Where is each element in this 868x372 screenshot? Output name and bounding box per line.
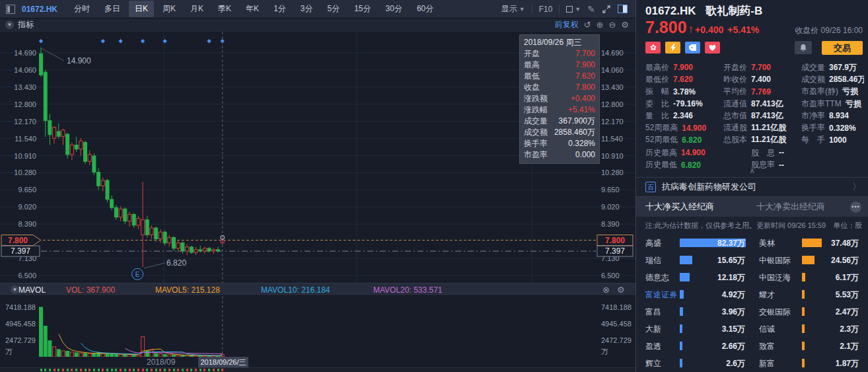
fullscreen-icon[interactable] — [602, 5, 611, 14]
candle[interactable] — [53, 128, 56, 138]
more-options-icon[interactable]: ••• — [850, 202, 861, 213]
candle[interactable] — [141, 220, 145, 235]
candle[interactable] — [79, 141, 83, 149]
candle[interactable] — [61, 130, 65, 136]
company-profile-row[interactable]: 百 抗病毒创新药物研发公司 〉 — [636, 177, 868, 197]
indicator-label[interactable]: 指标 — [18, 19, 34, 30]
tab-timeframe-3[interactable]: 周K — [157, 1, 182, 17]
volume-bar[interactable] — [44, 326, 47, 357]
candle[interactable] — [176, 243, 180, 248]
symbol-link[interactable]: 01672.HK — [22, 5, 57, 14]
zoom-in-icon[interactable]: ⊕ — [597, 20, 604, 30]
tab-timeframe-2[interactable]: 日K — [129, 1, 154, 17]
trade-button[interactable]: 交易 — [822, 41, 863, 55]
announcement-diamond-icon[interactable] — [141, 39, 145, 43]
candle[interactable] — [132, 214, 135, 225]
undo-icon[interactable]: ↺ — [584, 20, 591, 30]
announcement-diamond-icon[interactable] — [101, 39, 105, 43]
volume-bar[interactable] — [150, 350, 153, 357]
close-indicator-icon[interactable]: ⊗ — [602, 285, 610, 295]
chevron-circle-icon[interactable]: ▼ — [5, 20, 14, 29]
announcement-diamond-icon[interactable] — [163, 39, 166, 43]
tab-timeframe-9[interactable]: 5分 — [322, 1, 346, 17]
candle[interactable] — [172, 237, 176, 248]
candle[interactable] — [88, 155, 91, 161]
tab-timeframe-4[interactable]: 月K — [184, 1, 209, 17]
tab-timeframe-11[interactable]: 30分 — [380, 1, 408, 17]
candle[interactable] — [84, 142, 87, 161]
candle[interactable] — [119, 209, 122, 217]
candle[interactable] — [150, 228, 153, 235]
candle[interactable] — [92, 156, 96, 172]
favorite-heart-icon[interactable] — [705, 42, 720, 54]
tab-timeframe-5[interactable]: 季K — [212, 1, 237, 17]
gear-icon[interactable]: ⚙ — [621, 20, 629, 30]
candle[interactable] — [124, 209, 127, 221]
volume-bar[interactable] — [141, 337, 145, 357]
volume-indicator-label[interactable]: MAVOL — [18, 285, 46, 295]
candle[interactable] — [145, 220, 149, 235]
candle[interactable] — [199, 250, 202, 251]
side-panel-toggle-icon[interactable] — [618, 5, 628, 13]
candle[interactable] — [190, 247, 193, 252]
alert-bell-button[interactable] — [795, 41, 812, 54]
tag-icon[interactable] — [685, 42, 700, 54]
candle[interactable] — [155, 228, 158, 239]
window-layout-icon[interactable] — [6, 5, 15, 14]
candle[interactable] — [114, 207, 118, 217]
tab-timeframe-6[interactable]: 年K — [240, 1, 265, 17]
candle[interactable] — [66, 134, 69, 155]
f10-button[interactable]: F10 — [539, 5, 553, 14]
candle[interactable] — [106, 180, 109, 200]
candle[interactable] — [40, 54, 43, 75]
candle[interactable] — [159, 232, 162, 239]
candle[interactable] — [163, 232, 166, 242]
candle[interactable] — [181, 243, 184, 251]
candle[interactable] — [110, 200, 114, 207]
volume-bar[interactable] — [53, 347, 56, 357]
adjust-mode-button[interactable]: 前复权 — [555, 19, 579, 30]
candle[interactable] — [97, 172, 100, 186]
tab-timeframe-7[interactable]: 1分 — [268, 1, 292, 17]
volume-chart[interactable]: 7418.1887418.1884945.4584945.4582472.729… — [0, 296, 635, 357]
candle[interactable] — [57, 131, 60, 136]
candle[interactable] — [207, 248, 211, 251]
candle[interactable] — [186, 247, 189, 251]
candle[interactable] — [137, 219, 140, 225]
volume-bar[interactable] — [66, 351, 69, 357]
tab-timeframe-12[interactable]: 60分 — [411, 1, 439, 17]
minimap-strip[interactable] — [0, 367, 635, 372]
tab-timeframe-8[interactable]: 3分 — [295, 1, 319, 17]
candle[interactable] — [203, 248, 206, 251]
draw-tool-icon[interactable]: ✎ — [587, 4, 595, 15]
tab-timeframe-10[interactable]: 15分 — [348, 1, 377, 17]
candle[interactable] — [101, 180, 104, 186]
candle[interactable] — [217, 250, 220, 251]
candle[interactable] — [128, 214, 131, 221]
gear-icon[interactable]: ⚙ — [617, 285, 625, 295]
candle[interactable] — [75, 145, 78, 149]
zoom-out-icon[interactable]: ⊖ — [608, 20, 616, 30]
tab-net-buy-brokers[interactable]: 十大净买入经纪商 — [645, 201, 714, 213]
display-menu[interactable]: 显示▼ — [501, 3, 525, 15]
candle[interactable] — [48, 120, 52, 134]
candle[interactable] — [168, 237, 171, 242]
volume-bar[interactable] — [48, 341, 52, 357]
announcement-diamond-icon[interactable] — [207, 39, 211, 43]
candle[interactable] — [194, 250, 198, 252]
candle[interactable] — [212, 250, 215, 251]
volume-bar[interactable] — [145, 351, 149, 357]
volume-bar[interactable] — [57, 350, 60, 357]
volume-bar[interactable] — [70, 352, 73, 357]
tab-timeframe-1[interactable]: 多日 — [98, 1, 126, 17]
announcement-diamond-icon[interactable] — [39, 39, 43, 43]
candles-group[interactable] — [40, 47, 225, 266]
collapse-chevron-icon[interactable]: ∧ — [636, 167, 868, 175]
candle[interactable] — [44, 72, 47, 120]
chart-type-menu[interactable]: ▼ — [566, 6, 581, 13]
volume-bar[interactable] — [40, 307, 43, 357]
announcement-diamond-icon[interactable] — [118, 39, 122, 43]
volume-bar[interactable] — [61, 351, 65, 357]
tab-net-sell-brokers[interactable]: 十大净卖出经纪商 — [756, 201, 825, 213]
candle[interactable] — [70, 145, 73, 154]
